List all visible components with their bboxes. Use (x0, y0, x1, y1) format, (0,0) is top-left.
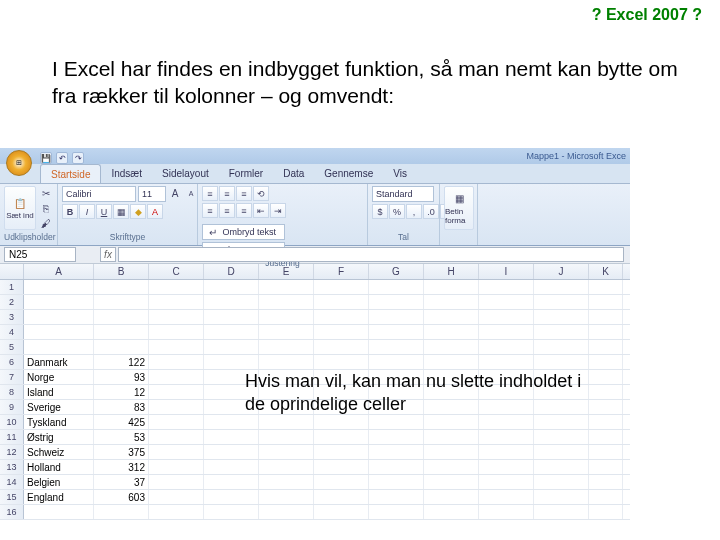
cell[interactable] (314, 325, 369, 339)
cell[interactable] (149, 385, 204, 399)
cell[interactable] (259, 505, 314, 519)
cell[interactable] (369, 340, 424, 354)
cell[interactable] (149, 430, 204, 444)
cell[interactable] (479, 490, 534, 504)
row-header[interactable]: 3 (0, 310, 24, 324)
align-bottom-icon[interactable]: ≡ (236, 186, 252, 201)
cell[interactable]: 37 (94, 475, 149, 489)
wrap-text-button[interactable]: ↵ Ombryd tekst (202, 224, 285, 240)
tab-sidelayout[interactable]: Sidelayout (152, 164, 219, 183)
cell[interactable] (94, 310, 149, 324)
cell[interactable] (589, 430, 623, 444)
underline-button[interactable]: U (96, 204, 112, 219)
cell[interactable] (479, 505, 534, 519)
save-icon[interactable]: 💾 (40, 152, 52, 164)
cell[interactable] (149, 460, 204, 474)
cell[interactable] (534, 460, 589, 474)
row-header[interactable]: 13 (0, 460, 24, 474)
tab-vis[interactable]: Vis (383, 164, 417, 183)
cell[interactable]: 93 (94, 370, 149, 384)
cut-icon[interactable]: ✂ (39, 186, 53, 200)
shrink-font-icon[interactable]: A (184, 186, 198, 200)
name-box[interactable]: N25 (4, 247, 76, 262)
col-header-G[interactable]: G (369, 264, 424, 279)
indent-dec-icon[interactable]: ⇤ (253, 203, 269, 218)
cell[interactable] (204, 325, 259, 339)
font-size-select[interactable]: 11 (138, 186, 166, 202)
copy-icon[interactable]: ⎘ (39, 201, 53, 215)
cell[interactable] (204, 475, 259, 489)
select-all-button[interactable] (0, 264, 24, 279)
cell[interactable] (534, 280, 589, 294)
cell[interactable] (589, 280, 623, 294)
cell[interactable] (94, 505, 149, 519)
cell[interactable] (314, 475, 369, 489)
cell[interactable] (589, 325, 623, 339)
cell[interactable] (424, 430, 479, 444)
cell[interactable] (479, 340, 534, 354)
cell[interactable] (149, 415, 204, 429)
cell[interactable]: Norge (24, 370, 94, 384)
cell[interactable] (369, 325, 424, 339)
cell[interactable] (369, 445, 424, 459)
cell[interactable] (94, 340, 149, 354)
cell[interactable] (369, 415, 424, 429)
col-header-H[interactable]: H (424, 264, 479, 279)
cell[interactable] (204, 280, 259, 294)
cell[interactable]: Tyskland (24, 415, 94, 429)
cell[interactable] (369, 430, 424, 444)
cell[interactable] (369, 355, 424, 369)
col-header-J[interactable]: J (534, 264, 589, 279)
cell[interactable] (534, 475, 589, 489)
cell[interactable] (589, 295, 623, 309)
cell[interactable] (94, 280, 149, 294)
cell[interactable] (424, 475, 479, 489)
cell[interactable] (204, 445, 259, 459)
cell[interactable] (259, 280, 314, 294)
cell[interactable] (149, 325, 204, 339)
cell[interactable]: Østrig (24, 430, 94, 444)
col-header-I[interactable]: I (479, 264, 534, 279)
row-header[interactable]: 12 (0, 445, 24, 459)
cell[interactable]: Danmark (24, 355, 94, 369)
cell[interactable] (259, 325, 314, 339)
fx-icon[interactable]: fx (100, 247, 116, 262)
align-right-icon[interactable]: ≡ (236, 203, 252, 218)
cell[interactable] (369, 280, 424, 294)
cell[interactable] (204, 310, 259, 324)
cell[interactable] (149, 475, 204, 489)
tab-formler[interactable]: Formler (219, 164, 273, 183)
cell[interactable] (314, 505, 369, 519)
align-left-icon[interactable]: ≡ (202, 203, 218, 218)
cell[interactable] (149, 340, 204, 354)
cell[interactable] (589, 415, 623, 429)
cell[interactable] (259, 310, 314, 324)
cell[interactable]: Belgien (24, 475, 94, 489)
paste-button[interactable]: 📋 Sæt ind (4, 186, 36, 230)
cell[interactable] (149, 400, 204, 414)
row-header[interactable]: 2 (0, 295, 24, 309)
align-top-icon[interactable]: ≡ (202, 186, 218, 201)
cell[interactable] (424, 310, 479, 324)
cell[interactable]: 425 (94, 415, 149, 429)
cell[interactable] (424, 445, 479, 459)
bold-button[interactable]: B (62, 204, 78, 219)
row-header[interactable]: 8 (0, 385, 24, 399)
fill-color-button[interactable]: ◆ (130, 204, 146, 219)
cell[interactable] (259, 460, 314, 474)
cell[interactable] (149, 370, 204, 384)
col-header-F[interactable]: F (314, 264, 369, 279)
row-header[interactable]: 9 (0, 400, 24, 414)
cell[interactable] (314, 295, 369, 309)
cell[interactable] (259, 355, 314, 369)
conditional-format-button[interactable]: ▦ Betin forma (444, 186, 474, 230)
percent-icon[interactable]: % (389, 204, 405, 219)
cell[interactable] (589, 310, 623, 324)
cell[interactable] (369, 460, 424, 474)
cell[interactable] (479, 280, 534, 294)
row-header[interactable]: 16 (0, 505, 24, 519)
tab-gennemse[interactable]: Gennemse (314, 164, 383, 183)
row-header[interactable]: 5 (0, 340, 24, 354)
col-header-K[interactable]: K (589, 264, 623, 279)
cell[interactable] (479, 415, 534, 429)
